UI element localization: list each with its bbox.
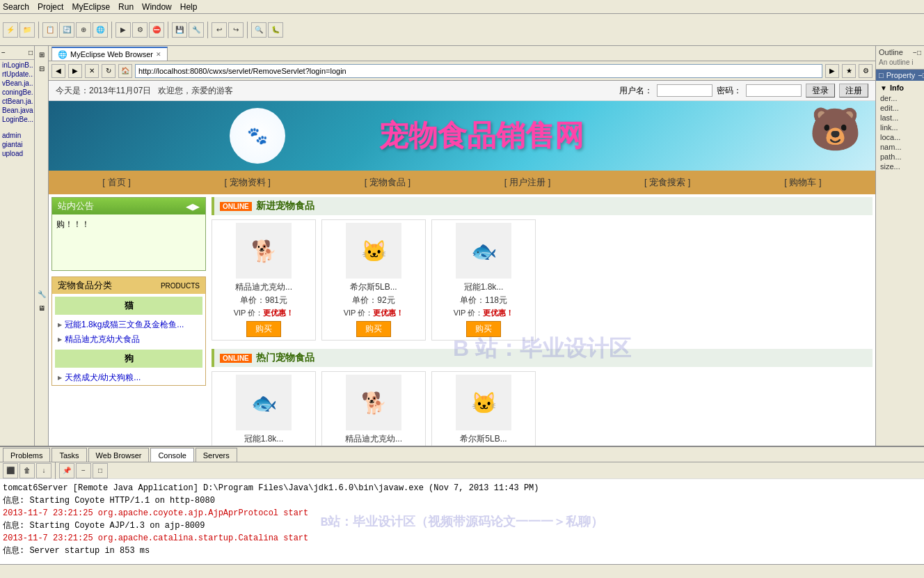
tab-tasks[interactable]: Tasks [51, 448, 86, 462]
tab-console[interactable]: Console [150, 448, 193, 462]
icon-btn-2[interactable]: ⊟ [36, 63, 47, 74]
nav-home[interactable]: [ 首页 ] [97, 175, 136, 190]
toolbar-separator-4 [207, 22, 208, 38]
bottom-toolbar: ⬛ 🗑 ↓ 📌 − □ [0, 462, 924, 479]
browser-tab-close[interactable]: ✕ [156, 51, 161, 58]
browser-home[interactable]: 🏠 [118, 64, 132, 78]
file-panel-expand[interactable]: □ [29, 49, 33, 56]
tb-btn-1[interactable]: ⚡ [3, 22, 18, 38]
outline-collapse[interactable]: −□ [913, 49, 921, 56]
tb-btn-8[interactable]: ⚙ [132, 22, 148, 38]
file-item-6[interactable]: Bean.java [1, 106, 33, 115]
tb-btn-7[interactable]: ▶ [116, 22, 131, 38]
buy-btn-3[interactable]: 购买 [466, 321, 501, 337]
menu-project[interactable]: Project [38, 2, 63, 12]
register-button[interactable]: 注册 [839, 84, 868, 97]
nav-cart[interactable]: [ 购物车 ] [779, 175, 827, 190]
nav-register[interactable]: [ 用户注册 ] [499, 175, 556, 190]
cat-item-1[interactable]: 冠能1.8kg成猫三文鱼及金枪鱼... [52, 318, 205, 332]
tab-servers[interactable]: Servers [196, 448, 237, 462]
product-vip-3: VIP 价：更优惠！ [435, 308, 532, 318]
url-bar[interactable] [135, 64, 822, 78]
browser-stop[interactable]: ✕ [85, 64, 99, 78]
console-minimize[interactable]: − [76, 463, 91, 478]
console-line-3: 信息: Starting Coyote AJP/1.3 on ajp-8009 [3, 520, 921, 532]
section-upload[interactable]: upload [1, 149, 33, 158]
file-item-1[interactable]: inLoginB... [1, 61, 33, 70]
username-input[interactable] [657, 84, 712, 97]
property-controls[interactable]: −□ [918, 71, 924, 79]
outline-title: Outline −□ [877, 47, 923, 57]
outline-section: Outline −□ An outline i [876, 46, 924, 70]
buy-btn-1[interactable]: 购买 [246, 321, 281, 337]
dog-item-1[interactable]: 天然成犬/幼犬狗粮... [52, 370, 205, 385]
web-body: 站内公告 ◀▶ 购！！！ 宠物食品分类 [49, 194, 875, 446]
file-item-3[interactable]: vBean.ja... [1, 79, 33, 88]
menu-search[interactable]: Search [3, 2, 29, 12]
browser-bookmark[interactable]: ★ [842, 64, 856, 78]
tb-btn-5[interactable]: ⊕ [76, 22, 91, 38]
menu-help[interactable]: Help [180, 2, 198, 12]
password-input[interactable] [746, 84, 802, 97]
cat-item-2[interactable]: 精品迪尤克幼犬食品 [52, 332, 205, 347]
nav-search[interactable]: [ 宠食搜索 ] [639, 175, 696, 190]
console-scroll[interactable]: ↓ [36, 463, 51, 478]
file-item-2[interactable]: rtUpdate... [1, 70, 33, 79]
property-item-5: loca... [877, 132, 923, 142]
tb-btn-11[interactable]: 🔧 [189, 22, 204, 38]
section-giantai[interactable]: giantai [1, 140, 33, 149]
nav-petinfo[interactable]: [ 宠物资料 ] [219, 175, 276, 190]
buy-btn-2[interactable]: 购买 [356, 321, 391, 337]
file-panel-collapse[interactable]: − [1, 49, 6, 56]
ide-frame: Search Project MyEclipse Run Window Help… [0, 0, 924, 578]
tb-btn-2[interactable]: 📁 [19, 22, 35, 38]
menu-window[interactable]: Window [142, 2, 172, 12]
web-login-area: 用户名： 密码： 登录 注册 [619, 84, 868, 97]
tb-btn-14[interactable]: 🔍 [251, 22, 266, 38]
product-vip-2: VIP 价：更优惠！ [325, 308, 422, 318]
menu-myeclipse[interactable]: MyEclipse [72, 2, 110, 12]
tb-btn-6[interactable]: 🌐 [93, 22, 108, 38]
tab-bar: 🌐 MyEclipse Web Browser ✕ [49, 46, 875, 61]
tb-btn-13[interactable]: ↪ [228, 22, 244, 38]
hot-product-img-3: 🐱 [456, 375, 511, 430]
console-sep [55, 462, 56, 479]
console-pin[interactable]: 📌 [59, 463, 74, 478]
tb-btn-9[interactable]: ⛔ [149, 22, 164, 38]
tb-btn-3[interactable]: 📋 [42, 22, 58, 38]
tb-btn-10[interactable]: 💾 [172, 22, 187, 38]
nav-petfood[interactable]: [ 宠物食品 ] [359, 175, 416, 190]
icon-btn-1[interactable]: ⊞ [36, 49, 47, 60]
browser-go[interactable]: ▶ [825, 64, 839, 78]
menu-run[interactable]: Run [118, 2, 134, 12]
banner-bear: 🐻 [809, 104, 861, 154]
login-button[interactable]: 登录 [806, 84, 835, 97]
section-admin[interactable]: admin [1, 131, 33, 140]
tab-webbrowser[interactable]: Web Browser [88, 448, 150, 462]
web-banner: 🐾 宠物食品销售网 🐻 [49, 101, 875, 171]
center-area: 🌐 MyEclipse Web Browser ✕ ◀ ▶ ✕ ↻ 🏠 ▶ ★ … [49, 46, 875, 446]
browser-forward[interactable]: ▶ [68, 64, 82, 78]
property-item-3: last... [877, 113, 923, 123]
browser-tab[interactable]: 🌐 MyEclipse Web Browser ✕ [51, 47, 168, 61]
console-content: B站：毕业设计区（视频带源码论文一一一＞私聊） tomcat6Server [R… [0, 479, 924, 564]
tb-btn-15[interactable]: 🐛 [268, 22, 283, 38]
browser-back[interactable]: ◀ [51, 64, 65, 78]
status-bar [0, 564, 924, 578]
icon-btn-tool[interactable]: 🔧 [36, 288, 47, 299]
product-price-3: 单价：118元 [435, 295, 532, 306]
tb-btn-4[interactable]: 🔄 [59, 22, 74, 38]
file-item-5[interactable]: ctBean.ja... [1, 97, 33, 106]
menu-bar: Search Project MyEclipse Run Window Help [0, 0, 924, 14]
browser-settings[interactable]: ⚙ [859, 64, 873, 78]
console-clear[interactable]: 🗑 [19, 463, 35, 478]
file-item-7[interactable]: LoginBe... [1, 115, 33, 124]
tb-btn-12[interactable]: ↩ [212, 22, 227, 38]
web-content[interactable]: 今天是：2013年11月07日 欢迎您，亲爱的游客 用户名： 密码： 登录 注册 [49, 81, 875, 446]
icon-btn-pc[interactable]: 🖥 [36, 302, 47, 313]
file-item-4[interactable]: coningBe... [1, 88, 33, 97]
console-stop[interactable]: ⬛ [3, 463, 18, 478]
browser-refresh[interactable]: ↻ [102, 64, 116, 78]
tab-problems[interactable]: Problems [3, 448, 50, 462]
console-maximize[interactable]: □ [93, 463, 108, 478]
